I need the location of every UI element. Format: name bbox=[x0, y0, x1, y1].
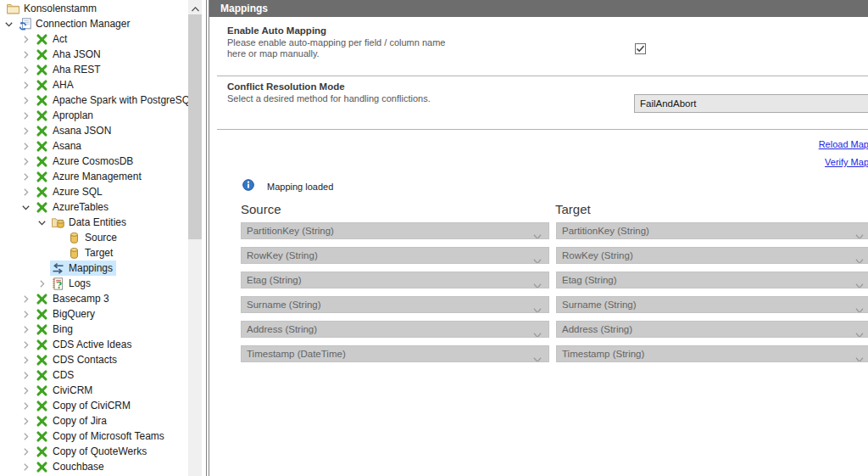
connector-icon bbox=[36, 430, 48, 443]
target-column-header: Target bbox=[555, 202, 591, 216]
tree-item-cds-active-ideas[interactable]: CDS Active Ideas bbox=[0, 337, 188, 352]
tree-item-cds[interactable]: CDS bbox=[0, 367, 188, 383]
tree-item-asana[interactable]: Asana bbox=[0, 138, 188, 154]
tree-item-copy-of-civicrm[interactable]: Copy of CiviCRM bbox=[0, 398, 188, 413]
chevron-down-icon[interactable] bbox=[21, 203, 30, 211]
chevron-right-icon[interactable] bbox=[21, 356, 30, 364]
tree-scrollbar[interactable] bbox=[188, 0, 202, 476]
chevron-down-icon bbox=[855, 302, 864, 313]
chevron-down-icon[interactable] bbox=[37, 218, 46, 227]
connection-tree-pane: KonsolenstammConnection ManagerActAha JS… bbox=[0, 0, 207, 476]
connector-icon bbox=[36, 109, 48, 122]
chevron-right-icon[interactable] bbox=[21, 65, 30, 74]
svg-text:?: ? bbox=[57, 280, 62, 290]
chevron-up-icon bbox=[192, 0, 199, 15]
chevron-down-icon bbox=[533, 277, 542, 288]
chevron-down-icon bbox=[533, 253, 542, 264]
chevron-down-icon bbox=[533, 327, 542, 338]
chevron-down-icon[interactable] bbox=[4, 20, 13, 28]
tree-item-target[interactable]: Target bbox=[0, 245, 188, 260]
tree-item-apache-spark-with-postgresql[interactable]: Apache Spark with PostgreSQL bbox=[0, 92, 188, 108]
connector-icon bbox=[36, 323, 48, 336]
connector-icon bbox=[36, 33, 48, 46]
tree-item-asana-json[interactable]: Asana JSON bbox=[0, 123, 188, 138]
tree-item-data-entities[interactable]: Data Entities bbox=[0, 215, 188, 230]
source-field-dropdown-5: Timestamp (DateTime) bbox=[241, 345, 549, 362]
mappings-panel: Mappings Enable Auto Mapping Please enab… bbox=[209, 0, 868, 476]
conflict-mode-dropdown[interactable]: FailAndAbort bbox=[634, 94, 868, 113]
connector-icon bbox=[36, 354, 48, 367]
tree-item-konsolenstamm[interactable]: Konsolenstamm bbox=[0, 1, 188, 16]
chevron-right-icon[interactable] bbox=[21, 417, 30, 425]
chevron-right-icon[interactable] bbox=[21, 35, 30, 43]
chevron-right-icon[interactable] bbox=[21, 386, 30, 395]
separator bbox=[217, 76, 868, 76]
chevron-right-icon[interactable] bbox=[21, 81, 30, 89]
tree-item-azuretables[interactable]: AzureTables bbox=[0, 199, 188, 215]
chevron-right-icon[interactable] bbox=[21, 294, 30, 303]
tree-item-aproplan[interactable]: Aproplan bbox=[0, 108, 188, 123]
source-field-dropdown-4: Address (String) bbox=[241, 321, 549, 338]
source-field-dropdown-3: Surname (String) bbox=[241, 296, 549, 313]
chevron-right-icon[interactable] bbox=[21, 111, 30, 120]
tree-item-azure-cosmosdb[interactable]: Azure CosmosDB bbox=[0, 154, 188, 169]
separator bbox=[217, 129, 868, 130]
connector-icon bbox=[36, 155, 48, 168]
chevron-right-icon[interactable] bbox=[21, 447, 30, 456]
chevron-right-icon[interactable] bbox=[21, 50, 30, 59]
tree-item-connection-manager[interactable]: Connection Manager bbox=[0, 16, 188, 31]
chevron-right-icon[interactable] bbox=[21, 401, 30, 410]
chevron-right-icon[interactable] bbox=[21, 126, 30, 135]
chevron-right-icon[interactable] bbox=[21, 188, 30, 196]
database-icon bbox=[68, 232, 81, 244]
chevron-right-icon[interactable] bbox=[21, 462, 30, 471]
chevron-right-icon[interactable] bbox=[21, 432, 30, 440]
chevron-right-icon[interactable] bbox=[21, 310, 30, 318]
tree-item-source[interactable]: Source bbox=[0, 230, 188, 245]
folder-db-icon bbox=[52, 216, 64, 229]
tree-item-aha-rest[interactable]: Aha REST bbox=[0, 62, 188, 77]
tree-item-act[interactable]: Act bbox=[0, 31, 188, 47]
chevron-right-icon[interactable] bbox=[21, 96, 30, 104]
tree-item-logs[interactable]: ?Logs bbox=[0, 276, 188, 291]
mapping-arrows-icon bbox=[52, 262, 64, 275]
tree-item-civicrm[interactable]: CiviCRM bbox=[0, 383, 188, 398]
tree-item-bigquery[interactable]: BigQuery bbox=[0, 306, 188, 322]
verify-map-link[interactable]: Verify Map bbox=[825, 157, 868, 167]
chevron-right-icon[interactable] bbox=[21, 157, 30, 165]
tree-item-bing[interactable]: Bing bbox=[0, 322, 188, 337]
chevron-right-icon[interactable] bbox=[37, 279, 46, 288]
chevron-right-icon[interactable] bbox=[21, 340, 30, 349]
tree-item-copy-of-quotewerks[interactable]: Copy of QuoteWerks bbox=[0, 444, 188, 459]
tree-item-copy-of-microsoft-teams[interactable]: Copy of Microsoft Teams bbox=[0, 428, 188, 444]
chevron-right-icon[interactable] bbox=[21, 325, 30, 333]
connector-icon bbox=[36, 140, 48, 153]
tree-item-aha[interactable]: AHA bbox=[0, 77, 188, 92]
target-field-dropdown-5: Timestamp (String) bbox=[556, 345, 868, 362]
tree-item-azure-sql[interactable]: Azure SQL bbox=[0, 184, 188, 199]
tree-item-couchbase[interactable]: Couchbase bbox=[0, 459, 188, 474]
tree-item-copy-of-jira[interactable]: Copy of Jira bbox=[0, 413, 188, 428]
chevron-right-icon[interactable] bbox=[21, 142, 30, 150]
tree-item-aha-json[interactable]: Aha JSON bbox=[0, 47, 188, 62]
tree-item-cds-contacts[interactable]: CDS Contacts bbox=[0, 352, 188, 367]
reload-map-link[interactable]: Reload Map bbox=[819, 139, 868, 149]
connector-icon bbox=[36, 400, 48, 412]
chevron-down-icon bbox=[855, 228, 864, 239]
scroll-up-button[interactable] bbox=[188, 0, 202, 14]
chevron-right-icon[interactable] bbox=[21, 172, 30, 181]
tree-item-basecamp-3[interactable]: Basecamp 3 bbox=[0, 291, 188, 306]
enable-auto-mapping-heading: Enable Auto Mapping bbox=[227, 25, 326, 36]
connector-icon bbox=[36, 293, 48, 305]
connector-icon bbox=[36, 48, 48, 61]
target-field-dropdown-1: RowKey (String) bbox=[556, 247, 868, 264]
tree-item-mappings[interactable]: Mappings bbox=[0, 260, 188, 276]
tree-item-azure-management[interactable]: Azure Management bbox=[0, 169, 188, 184]
chevron-down-icon bbox=[533, 351, 542, 362]
source-column-header: Source bbox=[241, 202, 281, 216]
chevron-right-icon[interactable] bbox=[21, 371, 30, 379]
scroll-thumb[interactable] bbox=[188, 14, 202, 239]
check-icon bbox=[636, 42, 645, 57]
auto-mapping-checkbox[interactable] bbox=[635, 43, 646, 54]
connector-icon bbox=[36, 186, 48, 199]
